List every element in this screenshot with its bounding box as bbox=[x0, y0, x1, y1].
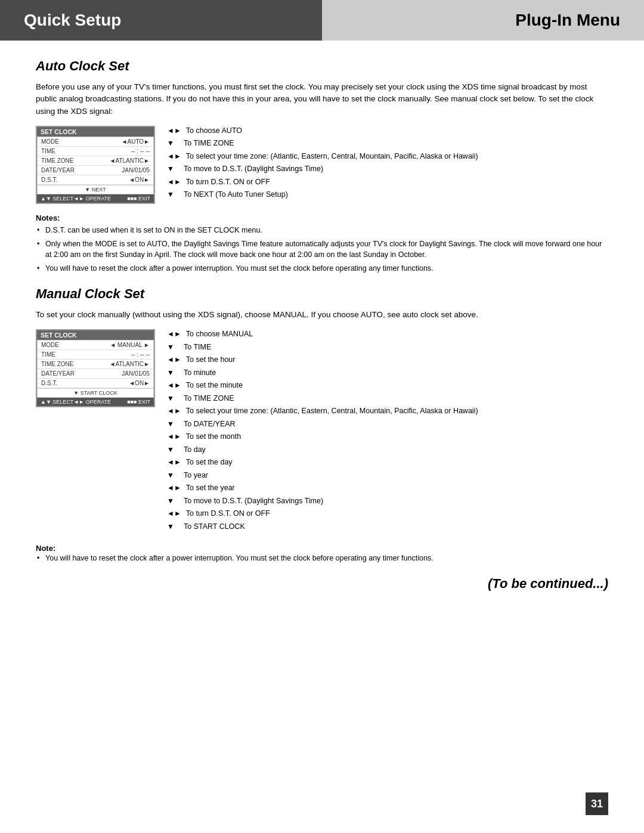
manual-instr-16-text: To START CLOCK bbox=[184, 522, 245, 532]
header: Quick Setup Plug-In Menu bbox=[0, 0, 644, 41]
auto-instr-6-text: To NEXT (To Auto Tuner Setup) bbox=[184, 190, 288, 200]
auto-menu-footer-exit: ■■■ EXIT bbox=[127, 196, 150, 202]
manual-instr-2: ▼ To TIME bbox=[167, 342, 608, 353]
auto-clock-title: Auto Clock Set bbox=[36, 58, 608, 74]
arrow-lr-icon: ◄► bbox=[167, 380, 181, 391]
auto-instr-4-text: To move to D.S.T. (Daylight Savings Time… bbox=[184, 164, 323, 175]
manual-instr-11: ◄► To set the day bbox=[167, 457, 608, 468]
manual-instr-15-text: To turn D.S.T. ON or OFF bbox=[186, 509, 270, 519]
manual-instr-14: ▼ To move to D.S.T. (Daylight Savings Ti… bbox=[167, 496, 608, 507]
manual-instr-6-text: To TIME ZONE bbox=[184, 394, 234, 404]
arrow-lr-icon: ◄► bbox=[167, 457, 181, 467]
manual-notes-list: You will have to reset the clock after a… bbox=[36, 553, 608, 564]
manual-clock-intro: To set your clock manually (without usin… bbox=[36, 309, 608, 321]
manual-note-1: You will have to reset the clock after a… bbox=[36, 553, 608, 564]
manual-clock-menu-body: MODE ◄ MANUAL ► TIME -- : -- -- TIME ZON… bbox=[37, 340, 154, 398]
arrow-down-icon: ▼ bbox=[167, 342, 179, 352]
auto-instr-3-text: To select your time zone: (Atlantic, Eas… bbox=[186, 151, 478, 162]
arrow-down-icon: ▼ bbox=[167, 445, 179, 455]
manual-instr-4-text: To minute bbox=[184, 368, 216, 379]
arrow-down-icon: ▼ bbox=[167, 470, 179, 481]
auto-instr-2-text: To TIME ZONE bbox=[184, 138, 234, 149]
manual-instr-9: ◄► To set the month bbox=[167, 432, 608, 442]
arrow-down-icon: ▼ bbox=[167, 522, 179, 532]
manual-menu-row-mode: MODE ◄ MANUAL ► bbox=[38, 340, 153, 350]
arrow-lr-icon: ◄► bbox=[167, 406, 181, 416]
manual-instr-8-text: To DATE/YEAR bbox=[184, 419, 236, 430]
auto-instr-1: ◄► To choose AUTO bbox=[167, 126, 608, 137]
arrow-down-icon: ▼ bbox=[167, 190, 179, 200]
arrow-down-icon: ▼ bbox=[167, 496, 179, 506]
manual-clock-menu-title: SET CLOCK bbox=[37, 330, 154, 340]
manual-instr-9-text: To set the month bbox=[186, 432, 241, 442]
manual-menu-footer-exit: ■■■ EXIT bbox=[127, 399, 150, 405]
arrow-lr-icon: ◄► bbox=[167, 151, 181, 162]
auto-clock-tv-menu: SET CLOCK MODE ◄AUTO► TIME -- : -- -- TI… bbox=[36, 126, 155, 204]
manual-instr-15: ◄► To turn D.S.T. ON or OFF bbox=[167, 509, 608, 519]
auto-note-2: Only when the MODE is set to AUTO, the D… bbox=[36, 239, 608, 261]
page-number: 31 bbox=[586, 792, 608, 815]
arrow-lr-icon: ◄► bbox=[167, 432, 181, 442]
manual-instr-13: ◄► To set the year bbox=[167, 483, 608, 494]
auto-clock-menu-container: SET CLOCK MODE ◄AUTO► TIME -- : -- -- TI… bbox=[36, 126, 608, 204]
to-be-continued: (To be continued...) bbox=[36, 576, 608, 592]
manual-menu-row-timezone: TIME ZONE ◄ATLANTIC► bbox=[38, 360, 153, 369]
manual-instr-1: ◄► To choose MANUAL bbox=[167, 329, 608, 340]
content-area: Auto Clock Set Before you use any of you… bbox=[0, 58, 644, 639]
manual-instr-3-text: To set the hour bbox=[186, 355, 236, 366]
manual-menu-row-dst: D.S.T. ◄ON► bbox=[38, 379, 153, 388]
manual-clock-tv-menu: SET CLOCK MODE ◄ MANUAL ► TIME -- : -- -… bbox=[36, 329, 155, 407]
auto-note-3: You will have to reset the clock after a… bbox=[36, 263, 608, 274]
manual-menu-footer-select: ▲▼ SELECT◄► OPERATE bbox=[41, 399, 111, 405]
auto-menu-footer: ▲▼ SELECT◄► OPERATE ■■■ EXIT bbox=[37, 194, 154, 203]
manual-clock-menu-container: SET CLOCK MODE ◄ MANUAL ► TIME -- : -- -… bbox=[36, 329, 608, 534]
manual-menu-row-time: TIME -- : -- -- bbox=[38, 350, 153, 360]
manual-instr-8: ▼ To DATE/YEAR bbox=[167, 419, 608, 430]
auto-menu-row-dateyear: DATE/YEAR JAN/01/05 bbox=[38, 166, 153, 175]
auto-instr-5-text: To turn D.S.T. ON or OFF bbox=[186, 177, 270, 188]
manual-instr-5-text: To set the minute bbox=[186, 380, 243, 391]
auto-clock-instructions: ◄► To choose AUTO ▼ To TIME ZONE ◄► To s… bbox=[167, 126, 608, 203]
manual-instr-16: ▼ To START CLOCK bbox=[167, 522, 608, 532]
arrow-lr-icon: ◄► bbox=[167, 509, 181, 519]
manual-instr-3: ◄► To set the hour bbox=[167, 355, 608, 366]
arrow-down-icon: ▼ bbox=[167, 394, 179, 404]
auto-instr-6: ▼ To NEXT (To Auto Tuner Setup) bbox=[167, 190, 608, 200]
manual-instr-13-text: To set the year bbox=[186, 483, 235, 494]
auto-menu-next: ▼ NEXT bbox=[38, 185, 153, 194]
manual-instr-11-text: To set the day bbox=[186, 457, 233, 468]
manual-instr-2-text: To TIME bbox=[184, 342, 211, 353]
auto-clock-menu-title: SET CLOCK bbox=[37, 127, 154, 137]
auto-menu-footer-select: ▲▼ SELECT◄► OPERATE bbox=[41, 196, 111, 202]
auto-instr-3: ◄► To select your time zone: (Atlantic, … bbox=[167, 151, 608, 162]
page: Quick Setup Plug-In Menu Auto Clock Set … bbox=[0, 0, 644, 833]
quick-setup-title: Quick Setup bbox=[0, 0, 322, 41]
manual-menu-footer: ▲▼ SELECT◄► OPERATE ■■■ EXIT bbox=[37, 398, 154, 406]
arrow-lr-icon: ◄► bbox=[167, 329, 181, 339]
manual-note-label: Note: bbox=[36, 544, 608, 553]
manual-instr-6: ▼ To TIME ZONE bbox=[167, 394, 608, 404]
manual-instr-14-text: To move to D.S.T. (Daylight Savings Time… bbox=[184, 496, 323, 507]
auto-menu-row-timezone: TIME ZONE ◄ATLANTIC► bbox=[38, 156, 153, 166]
auto-clock-intro: Before you use any of your TV's timer fu… bbox=[36, 81, 608, 117]
manual-instr-1-text: To choose MANUAL bbox=[186, 329, 253, 340]
manual-instr-7: ◄► To select your time zone: (Atlantic, … bbox=[167, 406, 608, 417]
manual-instr-5: ◄► To set the minute bbox=[167, 380, 608, 391]
arrow-lr-icon: ◄► bbox=[167, 355, 181, 365]
manual-instr-4: ▼ To minute bbox=[167, 368, 608, 379]
arrow-down-icon: ▼ bbox=[167, 419, 179, 429]
auto-instr-1-text: To choose AUTO bbox=[186, 126, 242, 137]
auto-instr-4: ▼ To move to D.S.T. (Daylight Savings Ti… bbox=[167, 164, 608, 175]
arrow-lr-icon: ◄► bbox=[167, 126, 181, 136]
arrow-down-icon: ▼ bbox=[167, 368, 179, 378]
auto-notes-list: D.S.T. can be used when it is set to ON … bbox=[36, 225, 608, 274]
manual-instr-12-text: To year bbox=[184, 470, 208, 481]
auto-instr-5: ◄► To turn D.S.T. ON or OFF bbox=[167, 177, 608, 188]
manual-menu-next: ▼ START CLOCK bbox=[38, 388, 153, 397]
manual-instr-10: ▼ To day bbox=[167, 445, 608, 456]
auto-menu-row-mode: MODE ◄AUTO► bbox=[38, 137, 153, 147]
auto-note-1: D.S.T. can be used when it is set to ON … bbox=[36, 225, 608, 236]
auto-notes-label: Notes: bbox=[36, 213, 608, 222]
auto-instr-2: ▼ To TIME ZONE bbox=[167, 138, 608, 149]
arrow-lr-icon: ◄► bbox=[167, 177, 181, 187]
